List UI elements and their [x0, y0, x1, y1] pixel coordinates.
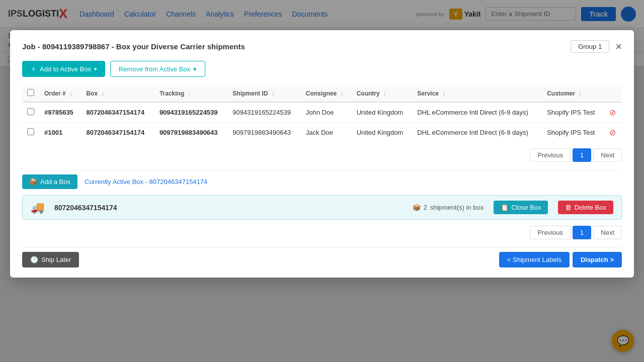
remove-from-active-box-label: Remove from Active Box	[119, 65, 190, 67]
modal-header: Job - 8094119389798867 - Box your Divers…	[22, 40, 622, 53]
action-buttons: ＋ Add to Active Box ▾ Remove from Active…	[22, 61, 622, 66]
remove-from-active-box-button[interactable]: Remove from Active Box ▾	[110, 61, 205, 66]
add-to-active-box-button[interactable]: ＋ Add to Active Box ▾	[22, 61, 105, 66]
add-to-active-box-label: Add to Active Box	[40, 65, 91, 67]
modal-overlay: Job - 8094119389798867 - Box your Divers…	[0, 0, 644, 66]
modal-close-button[interactable]: ×	[615, 41, 622, 52]
modal: Job - 8094119389798867 - Box your Divers…	[10, 30, 634, 66]
group-badge: Group 1	[571, 40, 609, 53]
modal-title: Job - 8094119389798867 - Box your Divers…	[22, 42, 245, 51]
add-icon: ＋	[30, 64, 37, 66]
remove-dropdown-arrow-icon: ▾	[193, 65, 197, 67]
add-dropdown-arrow-icon: ▾	[94, 66, 97, 67]
